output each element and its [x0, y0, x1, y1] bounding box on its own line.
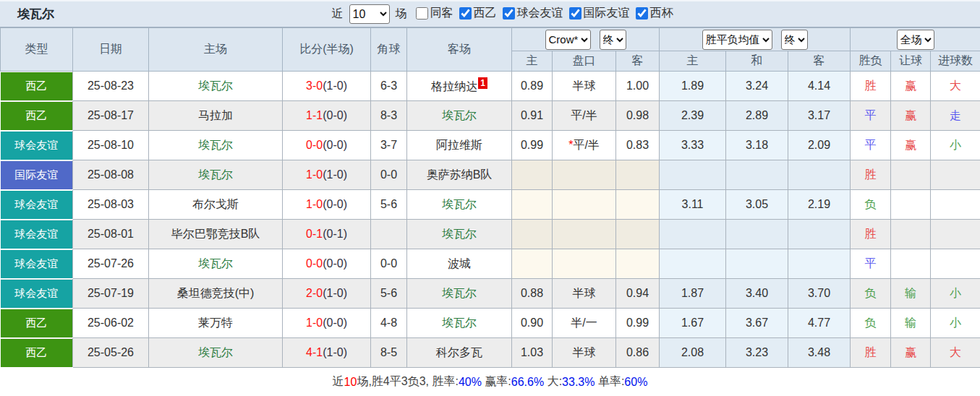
red-card-badge: 1	[478, 77, 487, 89]
filter-checkbox-同客[interactable]: 同客	[410, 6, 453, 21]
cell-corner: 0-0	[371, 160, 407, 190]
sub-header-let-ball: 让球	[891, 51, 931, 72]
cell-result-value: 负	[865, 317, 877, 329]
team-name: 埃瓦尔	[442, 317, 477, 329]
summary-segment: 10	[344, 376, 357, 389]
team-name: 埃瓦尔	[198, 346, 233, 358]
odds-time-select[interactable]: 终	[781, 30, 808, 50]
checkbox-icon[interactable]	[569, 7, 581, 20]
team-name: 桑坦德竞技(中)	[177, 287, 255, 299]
fulltime-score: 0-0	[306, 139, 323, 151]
cell-date: 25-07-26	[73, 249, 149, 279]
team-name: 马拉加	[198, 109, 233, 121]
cell-avg-away	[788, 249, 851, 279]
cell-home-team: 布尔戈斯	[149, 190, 283, 220]
scope-select[interactable]: 全场	[897, 30, 934, 50]
cell-score: 1-1(0-0)	[283, 101, 371, 131]
cell-type: 球会友谊	[1, 220, 73, 249]
filter-checkbox-西杯[interactable]: 西杯	[630, 6, 673, 21]
summary-segment: 大:	[544, 374, 562, 389]
cell-result: 负	[851, 279, 891, 309]
sub-header-ah-away: 客	[616, 51, 660, 72]
cell-handicap-result-value: 赢	[905, 346, 916, 358]
team-name: 波城	[448, 257, 471, 270]
fulltime-score: 1-0	[306, 168, 323, 181]
cell-handicap	[553, 249, 616, 279]
cell-type: 西乙	[1, 309, 73, 338]
team-name: 科尔多瓦	[436, 346, 482, 358]
sub-header-avg-away: 客	[788, 51, 851, 72]
team-name: 阿拉维斯	[436, 139, 482, 151]
cell-avg-away	[788, 220, 851, 249]
table-header: 类型 日期 主场 比分(半场) 角球 客场 Crow* 终 胜平负均值 终 全场	[1, 28, 980, 72]
cell-ah-away	[616, 249, 660, 279]
cell-ah-away	[616, 160, 660, 190]
odds-type-select[interactable]: 胜平负均值	[702, 30, 772, 50]
checkbox-icon[interactable]	[416, 7, 428, 20]
cell-score: 0-0(0-0)	[283, 249, 371, 279]
summary-segment: 40%	[459, 376, 482, 389]
cell-away-team: 埃瓦尔	[407, 279, 512, 309]
cell-score: 0-1(0-1)	[283, 220, 371, 249]
handicap-time-select[interactable]: 终	[600, 30, 626, 50]
cell-away-team: 埃瓦尔	[407, 220, 512, 249]
summary-segment: 33.3%	[562, 376, 595, 389]
odds-group-header: 胜平负均值 终	[660, 28, 851, 51]
team-name: 埃瓦尔	[198, 168, 233, 181]
cell-result: 负	[851, 190, 891, 220]
summary-segment: 赢率:	[482, 374, 511, 389]
filter-checkbox-国际友谊[interactable]: 国际友谊	[563, 6, 630, 21]
cell-date: 25-08-08	[73, 160, 149, 190]
table-row: 西乙25-05-26埃瓦尔4-1(1-0)8-5科尔多瓦1.03半球0.862.…	[1, 338, 980, 368]
cell-result-value: 负	[865, 198, 877, 210]
sub-header-ah-home: 主	[512, 51, 553, 72]
team-name: 奥萨苏纳B队	[427, 168, 493, 181]
checkbox-icon[interactable]	[459, 7, 472, 20]
checkbox-icon[interactable]	[636, 7, 648, 20]
cell-handicap-result	[891, 190, 931, 220]
col-header-away: 客场	[407, 28, 512, 72]
col-header-type: 类型	[1, 28, 73, 72]
cell-result-value: 胜	[865, 228, 877, 240]
filter-checkbox-西乙[interactable]: 西乙	[453, 6, 497, 21]
cell-avg-draw	[726, 220, 788, 249]
cell-ah-home: 0.99	[512, 131, 553, 160]
cell-goals-result: 小	[931, 131, 980, 160]
table-row: 球会友谊25-07-26埃瓦尔0-0(0-0)0-0波城平	[1, 249, 980, 279]
cell-avg-home: 1.87	[660, 279, 726, 309]
league-type-badge: 国际友谊	[1, 161, 73, 189]
match-count-select[interactable]: 10	[349, 4, 390, 24]
checkbox-icon[interactable]	[503, 7, 515, 20]
cell-corner: 6-3	[371, 72, 407, 101]
cell-home-team: 马拉加	[149, 101, 283, 131]
cell-ah-home	[512, 160, 553, 190]
cell-handicap-result-value: 输	[905, 317, 916, 329]
cell-date: 25-08-10	[73, 131, 149, 160]
cell-result-value: 平	[865, 139, 877, 151]
sub-header-avg-draw: 和	[726, 51, 788, 72]
cell-handicap	[553, 220, 616, 249]
cell-home-team: 埃瓦尔	[149, 131, 283, 160]
table-row: 球会友谊25-08-01毕尔巴鄂竞技B队0-1(0-1)埃瓦尔胜	[1, 220, 980, 249]
cell-result-value: 胜	[865, 79, 877, 92]
filter-label: 国际友谊	[584, 6, 630, 21]
filter-checkbox-球会友谊[interactable]: 球会友谊	[497, 6, 563, 21]
cell-avg-draw: 3.23	[726, 338, 788, 368]
cell-result: 胜	[851, 160, 891, 190]
cell-ah-home: 1.03	[512, 338, 553, 368]
cell-corner: 5-6	[371, 279, 407, 309]
cell-handicap-result	[891, 249, 931, 279]
cell-avg-home: 2.08	[660, 338, 726, 368]
table-body: 西乙25-08-23埃瓦尔3-0(1-0)6-3格拉纳达10.89半球1.001…	[1, 72, 980, 368]
cell-score: 3-0(1-0)	[283, 72, 371, 101]
cell-score: 2-0(1-0)	[283, 279, 371, 309]
team-name: 埃瓦尔	[198, 139, 233, 151]
cell-score: 1-0(1-0)	[283, 160, 371, 190]
table-row: 球会友谊25-08-10埃瓦尔0-0(0-0)3-7阿拉维斯0.99*平/半0.…	[1, 131, 980, 160]
cell-handicap-result: 赢	[891, 338, 931, 368]
cell-goals-result: 小	[931, 279, 980, 309]
team-name: 埃瓦尔	[198, 79, 233, 92]
cell-result-value: 平	[865, 257, 877, 270]
cell-goals-result: 大	[931, 72, 980, 101]
bookmaker-select[interactable]: Crow*	[545, 30, 591, 50]
